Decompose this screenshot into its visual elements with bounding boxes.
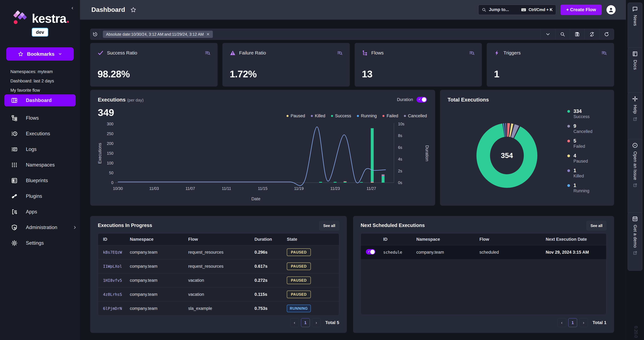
- kpi-label: Flows: [372, 50, 384, 56]
- page-next-button[interactable]: ›: [312, 318, 321, 327]
- create-flow-button[interactable]: + Create Flow: [560, 5, 602, 15]
- executions-panel: Executions(per day) 349 Duration ✓ Pause…: [90, 90, 435, 206]
- rail-button-news[interactable]: News: [628, 3, 642, 50]
- sidebar-collapse-icon[interactable]: ‹: [70, 5, 75, 11]
- svg-text:0s: 0s: [398, 180, 402, 185]
- favorite-star-icon[interactable]: [130, 7, 136, 13]
- filter-history-button[interactable]: [90, 29, 100, 40]
- flows-icon: [11, 115, 18, 121]
- auto-refresh-off-button[interactable]: [584, 29, 599, 40]
- sidebar-item-apps[interactable]: Apps: [0, 204, 80, 220]
- rail-button-open-an-issue[interactable]: Open an Issue: [628, 139, 642, 215]
- page-next-button[interactable]: ›: [579, 318, 588, 327]
- legend-item-success[interactable]: Success: [331, 114, 351, 118]
- filter-save-button[interactable]: [570, 29, 584, 40]
- legend-value: 1: [574, 183, 590, 188]
- donut-legend-item-paused[interactable]: 4Paused: [567, 153, 605, 164]
- list-search-icon[interactable]: [337, 50, 343, 56]
- legend-value: 9: [574, 123, 592, 129]
- rail-button-docs[interactable]: Docs: [628, 47, 642, 95]
- see-all-button[interactable]: See all: [586, 221, 606, 230]
- bookmark-item[interactable]: Namespaces: myteam: [10, 67, 75, 76]
- sidebar-item-flows[interactable]: Flows: [0, 110, 80, 126]
- legend-item-failed[interactable]: Failed: [382, 114, 398, 118]
- filter-search-button[interactable]: [555, 29, 570, 40]
- external-link-icon: [633, 183, 637, 188]
- legend-dot: [567, 110, 570, 113]
- legend-label: Paused: [574, 159, 588, 164]
- filter-expand-button[interactable]: [540, 29, 555, 40]
- page-number[interactable]: 1: [301, 318, 310, 327]
- donut-legend-item-cancelled[interactable]: 9Cancelled: [567, 123, 605, 134]
- legend-item-cancelled[interactable]: Cancelled: [404, 114, 427, 118]
- lightning-icon: [494, 50, 500, 56]
- total-count-label: Total 5: [325, 320, 339, 325]
- execution-id-link[interactable]: 6lPjmDrN: [103, 306, 130, 311]
- executions-chart[interactable]: 0501001502002503000s2s4s6s8s10s10/3011/0…: [96, 121, 430, 202]
- sidebar-item-settings[interactable]: Settings: [0, 235, 80, 251]
- total-executions-donut[interactable]: 354: [444, 105, 570, 203]
- sidebar-item-administration[interactable]: Administration: [0, 220, 80, 235]
- legend-item-running[interactable]: Running: [357, 114, 377, 118]
- donut-legend-item-killed[interactable]: 1Killed: [567, 168, 605, 179]
- table-row[interactable]: ✓schedulecompany.teamscheduledNov 29, 20…: [361, 245, 606, 259]
- legend-value: 5: [574, 138, 585, 144]
- sidebar-item-dashboard[interactable]: Dashboard: [4, 94, 76, 106]
- rail-button-help[interactable]: Help: [628, 92, 642, 142]
- kpi-card-flows: Flows13: [355, 43, 482, 87]
- namespace-cell: company.team: [130, 292, 188, 297]
- kpi-card-failure-ratio: Failure Ratio1.72%: [222, 43, 350, 87]
- table-row[interactable]: kBs7EQzWcompany.teamrequest_resources0.2…: [98, 245, 339, 259]
- trigger-enabled-toggle[interactable]: ✓: [366, 249, 375, 254]
- search-icon: [560, 32, 565, 37]
- bookmark-list: Namespaces: myteamDashboard: last 2 days…: [10, 67, 75, 95]
- execution-id-link[interactable]: 4z8LrhsS: [103, 292, 130, 297]
- list-search-icon[interactable]: [469, 50, 475, 56]
- page-prev-button[interactable]: ‹: [290, 318, 299, 327]
- donut-legend-item-running[interactable]: 1Running: [567, 183, 605, 193]
- list-search-icon[interactable]: [204, 50, 210, 56]
- legend-item-killed[interactable]: Killed: [311, 114, 325, 118]
- close-icon[interactable]: ✕: [206, 32, 210, 37]
- page-number[interactable]: 1: [568, 318, 577, 327]
- sidebar-item-namespaces[interactable]: Namespaces: [0, 157, 80, 173]
- plugins-icon: [11, 193, 18, 199]
- scheduled-title: Next Scheduled Executions: [361, 223, 425, 228]
- legend-label: Cancelled: [408, 114, 427, 118]
- avatar[interactable]: [606, 5, 616, 14]
- table-row[interactable]: 1HI8vfv5company.teamvacation0.272sPAUSED: [98, 273, 339, 287]
- svg-text:100: 100: [107, 161, 114, 165]
- svg-text:Duration: Duration: [425, 145, 430, 161]
- donut-legend-item-success[interactable]: 334Success: [567, 108, 605, 119]
- column-header: State: [287, 237, 339, 242]
- execution-id-link[interactable]: kBs7EQzW: [103, 250, 130, 255]
- list-search-icon[interactable]: [601, 50, 607, 56]
- table-row[interactable]: 4z8LrhsScompany.teamvacation0.115sPAUSED: [98, 287, 339, 301]
- search-input[interactable]: Jump to... Ctrl/Cmd + K: [478, 5, 556, 15]
- bookmark-item[interactable]: Dashboard: last 2 days: [10, 76, 75, 86]
- rail-button-get-a-demo[interactable]: Get a demo: [628, 212, 642, 271]
- sidebar-item-blueprints[interactable]: Blueprints: [0, 173, 80, 188]
- duration-cell: 0.272s: [254, 278, 287, 283]
- column-header: Duration: [254, 237, 287, 242]
- sidebar-item-plugins[interactable]: Plugins: [0, 188, 80, 204]
- status-badge: PAUSED: [287, 291, 311, 298]
- execution-id-link[interactable]: 1HI8vfv5: [103, 278, 130, 283]
- svg-text:2s: 2s: [398, 169, 402, 173]
- namespace-cell: company.team: [130, 306, 188, 311]
- sidebar-item-executions[interactable]: Executions: [0, 126, 80, 141]
- table-row[interactable]: I1WpLXolcompany.teamrequest_resources0.6…: [98, 259, 339, 273]
- see-all-button[interactable]: See all: [319, 221, 339, 230]
- sidebar-item-logs[interactable]: Logs: [0, 141, 80, 157]
- page-prev-button[interactable]: ‹: [558, 318, 566, 327]
- sidebar-item-label: Settings: [26, 240, 44, 246]
- bookmarks-button[interactable]: Bookmarks: [6, 47, 74, 61]
- refresh-button[interactable]: [599, 29, 614, 40]
- donut-legend-item-failed[interactable]: 5Failed: [567, 138, 605, 149]
- legend-item-paused[interactable]: Paused: [286, 114, 305, 118]
- filter-chip-absolute-date[interactable]: Absolute date:10/30/24, 3:12 AM:and:11/2…: [103, 31, 213, 38]
- table-row[interactable]: 6lPjmDrNcompany.teamsla_example0.753sRUN…: [98, 301, 339, 315]
- bookmark-item[interactable]: My favorite flow: [10, 86, 75, 95]
- duration-toggle[interactable]: ✓: [416, 97, 427, 102]
- execution-id-link[interactable]: I1WpLXol: [103, 264, 130, 269]
